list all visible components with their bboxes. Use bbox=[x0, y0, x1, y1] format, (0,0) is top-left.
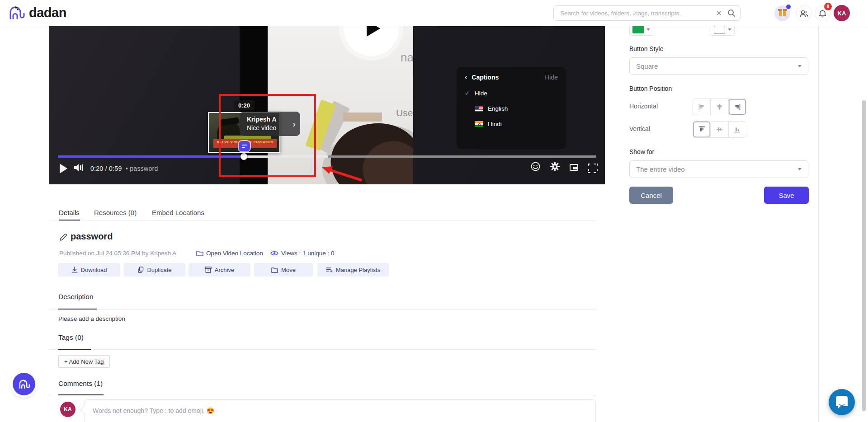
playlist-icon bbox=[326, 267, 333, 273]
seek-bar[interactable] bbox=[58, 155, 596, 158]
chat-bubble-icon bbox=[836, 396, 848, 408]
duplicate-icon bbox=[137, 267, 144, 273]
horizontal-align-group bbox=[693, 98, 746, 115]
horizontal-label: Horizontal bbox=[629, 103, 658, 110]
seek-playhead[interactable] bbox=[241, 153, 247, 160]
chevron-down-icon bbox=[798, 168, 802, 170]
save-button[interactable]: Save bbox=[764, 187, 809, 204]
dadan-logo[interactable]: dadan bbox=[7, 4, 66, 22]
divider bbox=[49, 395, 596, 395]
timeline-comment-marker[interactable] bbox=[239, 141, 250, 151]
dadan-help-fab[interactable] bbox=[13, 373, 35, 395]
cancel-button[interactable]: Cancel bbox=[629, 187, 673, 204]
fullscreen-icon[interactable] bbox=[588, 164, 596, 171]
logo-text: dadan bbox=[29, 5, 66, 20]
divider bbox=[49, 309, 596, 309]
live-chat-fab[interactable] bbox=[829, 389, 855, 415]
comments-underline bbox=[58, 394, 104, 395]
mini-player-icon[interactable] bbox=[570, 164, 578, 171]
duplicate-button[interactable]: Duplicate bbox=[124, 263, 185, 277]
emoji-reaction-button[interactable] bbox=[531, 162, 540, 173]
comment-user-avatar: KA bbox=[60, 402, 75, 417]
notifications-button[interactable]: 8 bbox=[815, 5, 830, 21]
gift-icon bbox=[779, 11, 786, 16]
tab-details[interactable]: Details bbox=[59, 209, 80, 216]
us-flag-icon bbox=[475, 106, 483, 112]
comment-author: Kripesh A bbox=[247, 115, 291, 124]
button-style-select[interactable]: Square bbox=[629, 57, 808, 75]
panel-divider bbox=[818, 26, 819, 422]
show-for-value: The entire video bbox=[636, 165, 798, 173]
description-placeholder: Please add a description bbox=[58, 315, 125, 322]
align-bottom-button[interactable] bbox=[729, 122, 746, 137]
page-scrollbar[interactable] bbox=[862, 100, 866, 411]
align-middle-button[interactable] bbox=[711, 122, 728, 137]
edit-title-pencil-icon[interactable] bbox=[59, 233, 67, 241]
bell-icon bbox=[819, 9, 826, 18]
seek-played bbox=[58, 155, 244, 158]
playing-video-label: password bbox=[130, 165, 158, 172]
open-video-location-link[interactable]: Open Video Location bbox=[196, 250, 263, 257]
video-title: password bbox=[71, 231, 113, 242]
clear-search-icon[interactable]: ✕ bbox=[716, 9, 722, 18]
video-shape-tan bbox=[343, 113, 382, 122]
caption-option-label: English bbox=[488, 105, 508, 112]
caption-option-hindi[interactable]: Hindi bbox=[465, 121, 558, 127]
caption-option-label: Hide bbox=[475, 90, 487, 97]
dadan-elephant-icon bbox=[7, 4, 25, 22]
align-right-button[interactable] bbox=[729, 99, 746, 115]
captions-menu: ‹ Captions Hide ✓ Hide English Hindi bbox=[457, 67, 566, 149]
search-icon[interactable] bbox=[727, 9, 736, 17]
play-icon bbox=[367, 26, 380, 37]
divider bbox=[49, 349, 596, 350]
download-button[interactable]: Download bbox=[58, 263, 120, 277]
green-color-swatch bbox=[632, 26, 644, 33]
align-top-button[interactable] bbox=[693, 122, 711, 137]
users-icon bbox=[800, 10, 808, 17]
comment-input-box bbox=[84, 399, 596, 422]
chevron-right-icon[interactable]: › bbox=[291, 119, 297, 129]
button-style-label: Button Style bbox=[629, 45, 664, 52]
description-heading: Description bbox=[58, 293, 94, 301]
caption-option-english[interactable]: English bbox=[465, 105, 558, 112]
user-avatar[interactable]: KA bbox=[834, 5, 850, 21]
player-settings-button[interactable] bbox=[550, 162, 560, 173]
volume-button[interactable] bbox=[73, 163, 84, 174]
search-input[interactable] bbox=[560, 10, 716, 17]
team-members-button[interactable] bbox=[796, 5, 812, 21]
add-new-tag-button[interactable]: + Add New Tag bbox=[58, 355, 110, 368]
tab-resources[interactable]: Resources (0) bbox=[94, 209, 137, 216]
video-text-na: na bbox=[401, 51, 413, 65]
caption-option-hide[interactable]: ✓ Hide bbox=[465, 90, 558, 97]
comment-preview-popup[interactable]: Kripesh A Nice video › bbox=[240, 112, 300, 136]
comment-text: Nice video bbox=[247, 124, 291, 132]
video-player[interactable]: na Use ‹ Captions Hide ✓ Hide English Hi… bbox=[49, 26, 605, 184]
open-location-label: Open Video Location bbox=[206, 250, 263, 257]
folder-icon bbox=[196, 250, 203, 256]
video-text-use: Use bbox=[396, 108, 413, 118]
rewards-gift-button[interactable] bbox=[774, 5, 790, 21]
align-left-button[interactable] bbox=[693, 99, 711, 115]
divider bbox=[49, 220, 596, 221]
views-counter: Views : 1 unique : 0 bbox=[270, 250, 335, 257]
move-button[interactable]: Move bbox=[254, 263, 313, 277]
captions-hide-action[interactable]: Hide bbox=[545, 74, 558, 81]
published-info: Published on Jul 24 05:36 PM by Kripesh … bbox=[59, 250, 176, 257]
show-for-label: Show for bbox=[629, 148, 654, 155]
manage-playlists-button[interactable]: Manage Playlists bbox=[317, 263, 389, 277]
button-position-label: Button Position bbox=[629, 85, 672, 92]
notification-badge: 8 bbox=[824, 3, 832, 10]
white-color-swatch bbox=[714, 26, 725, 33]
align-center-button[interactable] bbox=[711, 99, 728, 115]
tab-embed-locations[interactable]: Embed Locations bbox=[152, 209, 204, 216]
eye-icon bbox=[270, 250, 278, 256]
vertical-align-group bbox=[693, 121, 746, 138]
caption-option-label: Hindi bbox=[488, 121, 502, 127]
big-play-button[interactable] bbox=[344, 26, 399, 56]
back-chevron-icon[interactable]: ‹ bbox=[465, 73, 467, 81]
play-button[interactable] bbox=[60, 164, 67, 173]
archive-button[interactable]: Archive bbox=[189, 263, 250, 277]
comment-input[interactable] bbox=[85, 400, 595, 422]
show-for-select[interactable]: The entire video bbox=[629, 160, 808, 178]
tags-heading: Tags (0) bbox=[58, 333, 84, 342]
